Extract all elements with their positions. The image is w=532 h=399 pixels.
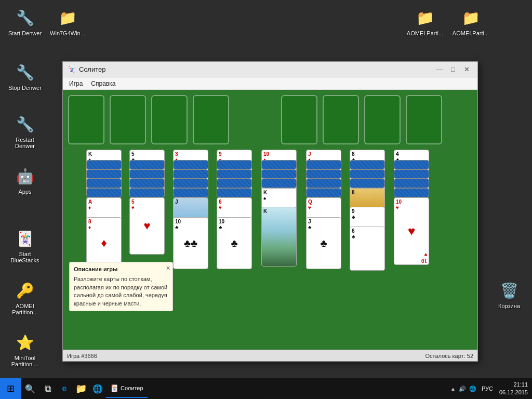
- apps-label: Apps: [18, 189, 31, 195]
- start-icon: ⊞: [7, 383, 15, 394]
- card-facedown-4-1: [261, 160, 297, 169]
- card-facedown-0-2: [86, 169, 122, 179]
- explorer-button[interactable]: 📁: [73, 379, 89, 398]
- start-button[interactable]: ⊞: [0, 378, 21, 399]
- card-facedown-0-3: [86, 179, 122, 188]
- desktop: 🔧 Start Denwer 📁 Win7G4Win... 📁 AOMEI.Pa…: [0, 0, 532, 399]
- card-facedown-6-1: [350, 160, 385, 169]
- bluestacks-label: Start BlueStacks: [6, 251, 44, 263]
- clock-date: 06.12.2015: [499, 389, 528, 396]
- desktop-icon-apps[interactable]: 🤖 Apps: [4, 164, 46, 197]
- card-facedown-2-4: [173, 188, 208, 197]
- solitaire-taskbar-item[interactable]: 🃏 Солитер: [106, 379, 148, 398]
- card-8-diamonds[interactable]: 8♦ ♦: [86, 217, 122, 269]
- aomei-partition-icon: 🔑: [15, 280, 35, 301]
- card-facedown-5-3: [306, 179, 341, 188]
- search-button[interactable]: 🔍: [22, 379, 38, 398]
- search-icon: 🔍: [25, 384, 35, 394]
- card-facedown-4-3: [261, 179, 297, 188]
- card-facedown-1-2: [129, 169, 165, 179]
- card-10-hearts[interactable]: 10♥ ♥ 10♥: [394, 197, 429, 265]
- recycle-icon: 🗑️: [499, 280, 520, 301]
- game-area[interactable]: K♠ A♦ 8♦ ♦ 5♣: [63, 90, 477, 361]
- solitaire-taskbar-label: Солитер: [121, 385, 143, 391]
- slot-1[interactable]: [68, 95, 104, 144]
- systray: ▲ 🔊 🌐: [447, 385, 480, 392]
- stop-denwer-label: Stop Denwer: [8, 85, 42, 91]
- desktop-icon-aomei2[interactable]: 📁 AOMEI.Parti...: [450, 5, 491, 38]
- maximize-button[interactable]: □: [446, 63, 460, 76]
- menu-help[interactable]: Справка: [87, 79, 119, 88]
- foundation-3[interactable]: [364, 95, 401, 144]
- card-facedown-1-4: [129, 188, 165, 197]
- card-j-clubs[interactable]: J♣ ♣: [306, 217, 341, 269]
- desktop-icon-stop-denwer[interactable]: 🔧 Stop Denwer: [4, 60, 46, 93]
- foundation-2[interactable]: [323, 95, 359, 144]
- card-facedown-3-2: [217, 169, 252, 179]
- card-facedown-5-2: [306, 169, 341, 179]
- tooltip-box: Описание игры ✕ Разложите карты по стопк…: [69, 262, 173, 311]
- window-app-icon: 🃏: [67, 65, 76, 74]
- desktop-icon-bluestacks[interactable]: 🃏 Start BlueStacks: [4, 226, 46, 265]
- systray-arrow[interactable]: ▲: [450, 386, 456, 392]
- minitool-icon: ⭐: [15, 332, 35, 353]
- task-view-button[interactable]: ⧉: [39, 379, 56, 398]
- recycle-label: Корзина: [498, 303, 520, 309]
- window-title: Солитер: [79, 65, 433, 73]
- bluestacks-icon: 🃏: [15, 228, 35, 249]
- card-facedown-6-2: [350, 169, 385, 179]
- window-titlebar: 🃏 Солитер — □ ✕: [63, 62, 477, 77]
- card-10-clubs[interactable]: 10♣ ♣: [217, 217, 252, 269]
- ie-icon: 🌐: [92, 384, 103, 394]
- desktop-icon-win7g4win[interactable]: 📁 Win7G4Win...: [47, 5, 88, 38]
- card-facedown-7-3: [394, 179, 429, 188]
- cards-remaining: Осталось карт: 52: [425, 353, 473, 359]
- window-menubar: Игра Справка: [63, 77, 477, 90]
- slot-2[interactable]: [110, 95, 146, 144]
- language-indicator[interactable]: РУС: [480, 385, 495, 392]
- desktop-icon-aomei1[interactable]: 📁 AOMEI.Parti...: [404, 5, 446, 38]
- desktop-icon-minitool[interactable]: ⭐ MiniTool Partition ...: [4, 330, 46, 369]
- aomei1-label: AOMEI.Parti...: [407, 30, 443, 36]
- edge-button[interactable]: e: [56, 379, 73, 398]
- slot-3[interactable]: [151, 95, 188, 144]
- card-facedown-3-1: [217, 160, 252, 169]
- desktop-icon-recycle[interactable]: 🗑️ Корзина: [488, 278, 530, 311]
- close-button[interactable]: ✕: [460, 63, 473, 76]
- explorer-icon: 📁: [75, 383, 87, 394]
- card-facedown-3-3: [217, 179, 252, 188]
- volume-icon[interactable]: 🔊: [459, 385, 466, 392]
- card-5-hearts[interactable]: 5♥ ♥: [129, 197, 165, 255]
- network-icon[interactable]: 🌐: [469, 385, 476, 392]
- card-facedown-2-3: [173, 179, 208, 188]
- win7g4win-icon: 📁: [57, 7, 78, 28]
- foundation-1[interactable]: [281, 95, 317, 144]
- restart-denwer-icon: 🔧: [15, 114, 35, 135]
- slot-4[interactable]: [193, 95, 229, 144]
- aomei-partition-label: AOMEI Partition...: [6, 303, 44, 315]
- restart-denwer-label: Restart Denwer: [6, 137, 44, 149]
- card-10-spades[interactable]: 10♣ ♣♣: [173, 217, 208, 269]
- start-denwer-label: Start Denwer: [8, 30, 42, 36]
- minimize-button[interactable]: —: [433, 63, 446, 76]
- clock-time: 21:11: [499, 381, 528, 389]
- card-facedown-7-2: [394, 169, 429, 179]
- desktop-icon-aomei-partition[interactable]: 🔑 AOMEI Partition...: [4, 278, 46, 317]
- desktop-icon-start-denwer[interactable]: 🔧 Start Denwer: [4, 5, 46, 38]
- tooltip-text: Разложите карты по стопкам, располагая и…: [74, 275, 168, 308]
- solitaire-taskbar-icon: 🃏: [110, 384, 118, 392]
- ie-button[interactable]: 🌐: [89, 379, 106, 398]
- game-status-bar: Игра #3666 Осталось карт: 52: [63, 350, 477, 361]
- card-facedown-5-4: [306, 188, 341, 197]
- card-facedown-6-3: [350, 179, 385, 188]
- system-clock[interactable]: 21:11 06.12.2015: [495, 381, 532, 397]
- tooltip-close-button[interactable]: ✕: [166, 264, 170, 272]
- foundation-4[interactable]: [406, 95, 442, 144]
- menu-game[interactable]: Игра: [65, 79, 87, 88]
- desktop-icon-restart-denwer[interactable]: 🔧 Restart Denwer: [4, 112, 46, 151]
- edge-icon: e: [62, 384, 67, 393]
- card-k-nature[interactable]: K: [261, 207, 297, 267]
- solitaire-window: 🃏 Солитер — □ ✕ Игра Справка: [62, 61, 478, 362]
- card-6-clubs[interactable]: 6♣: [350, 227, 385, 271]
- card-facedown-2-2: [173, 169, 208, 179]
